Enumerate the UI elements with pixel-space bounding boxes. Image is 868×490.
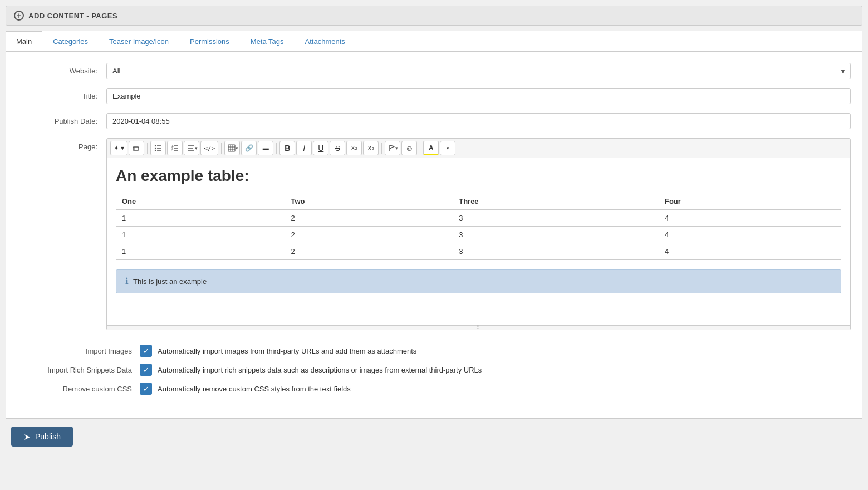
publish-date-row: Publish Date: <box>17 113 851 129</box>
tab-attachments[interactable]: Attachments <box>295 31 356 51</box>
table-cell: 1 <box>116 227 285 243</box>
resize-dots: ⠿ <box>476 325 481 331</box>
editor-body[interactable]: An example table: One Two Three Four <box>107 158 850 325</box>
import-rich-snippets-row: Import Rich Snippets Data Automatically … <box>17 364 851 376</box>
toolbar-sep3 <box>276 143 277 154</box>
toolbar-strike-btn[interactable]: S <box>330 141 345 155</box>
editor-toolbar: ✦ ▾ <box>107 139 850 158</box>
toolbar-code-btn[interactable]: </> <box>200 141 218 155</box>
table-row: 1 2 3 4 <box>116 227 841 243</box>
toolbar-link-btn[interactable]: 🔗 <box>241 141 257 155</box>
svg-rect-17 <box>228 145 235 151</box>
import-rich-snippets-desc: Automatically import rich snippets data … <box>158 366 482 374</box>
editor-container: ✦ ▾ <box>106 138 851 330</box>
table-header-one: One <box>116 193 285 210</box>
import-rich-snippets-label: Import Rich Snippets Data <box>17 366 140 374</box>
toolbar-highlight-dropdown-btn[interactable]: ▾ <box>440 141 455 155</box>
editor-resize-handle[interactable]: ⠿ <box>107 325 850 330</box>
import-images-label: Import Images <box>17 347 140 355</box>
info-circle-icon: ℹ <box>125 276 129 286</box>
info-box: ℹ This is just an example <box>116 269 841 293</box>
toolbar-sep5 <box>420 143 420 154</box>
tab-permissions[interactable]: Permissions <box>179 31 240 51</box>
svg-point-6 <box>155 150 156 151</box>
import-images-row: Import Images Automatically import image… <box>17 345 851 357</box>
website-select-wrapper: All Website 1 Website 2 ▼ <box>106 63 851 79</box>
title-label: Title: <box>17 92 106 100</box>
table-cell: 3 <box>453 243 659 260</box>
title-input[interactable] <box>106 88 851 104</box>
info-text: This is just an example <box>133 277 207 286</box>
svg-text:3.: 3. <box>171 149 174 152</box>
remove-custom-css-desc: Automatically remove custom CSS styles f… <box>158 385 351 393</box>
toolbar-bold-btn[interactable]: B <box>279 141 295 155</box>
title-row: Title: <box>17 88 851 104</box>
table-header-four: Four <box>659 193 841 210</box>
tab-categories[interactable]: Categories <box>42 31 99 51</box>
table-cell: 4 <box>659 227 841 243</box>
remove-custom-css-checkbox[interactable] <box>140 383 152 395</box>
editor-heading: An example table: <box>116 167 841 185</box>
table-cell: 3 <box>453 210 659 227</box>
toolbar-table-btn[interactable]: ▾ <box>224 141 240 155</box>
publish-date-label: Publish Date: <box>17 117 106 125</box>
page-wrapper: + ADD CONTENT - PAGES Main Categories Te… <box>0 0 868 490</box>
toolbar-emoji-btn[interactable]: ☺ <box>401 141 417 155</box>
table-cell: 4 <box>659 210 841 227</box>
toolbar-ul-btn[interactable] <box>150 141 166 155</box>
remove-custom-css-label: Remove custom CSS <box>17 385 140 393</box>
publish-date-input[interactable] <box>106 113 851 129</box>
table-cell: 3 <box>453 227 659 243</box>
table-header-three: Three <box>453 193 659 210</box>
toolbar-underline-btn[interactable]: U <box>313 141 328 155</box>
table-cell: 2 <box>285 227 453 243</box>
checkbox-section: Import Images Automatically import image… <box>17 339 851 407</box>
add-icon: + <box>14 11 24 21</box>
tabs-bar: Main Categories Teaser Image/Icon Permis… <box>6 31 862 51</box>
toolbar-magic-btn[interactable]: ✦ ▾ <box>110 141 127 155</box>
table-cell: 2 <box>285 210 453 227</box>
toolbar-eraser-btn[interactable] <box>129 141 144 155</box>
tab-main[interactable]: Main <box>6 31 42 51</box>
header-bar: + ADD CONTENT - PAGES <box>6 6 862 26</box>
import-rich-snippets-checkbox[interactable] <box>140 364 152 376</box>
website-row: Website: All Website 1 Website 2 ▼ <box>17 63 851 79</box>
toolbar-flag-btn[interactable]: ▾ <box>385 141 400 155</box>
page-editor-row: Page: ✦ ▾ <box>17 138 851 330</box>
toolbar-superscript-btn[interactable]: X2 <box>346 141 362 155</box>
toolbar-ol-btn[interactable]: 1. 2. 3. <box>167 141 183 155</box>
table-header-two: Two <box>285 193 453 210</box>
import-images-checkbox[interactable] <box>140 345 152 357</box>
toolbar-sep1 <box>147 143 148 154</box>
publish-label: Publish <box>35 432 61 441</box>
svg-point-2 <box>155 145 156 146</box>
import-images-desc: Automatically import images from third-p… <box>158 347 416 355</box>
table-row: 1 2 3 4 <box>116 210 841 227</box>
website-select[interactable]: All Website 1 Website 2 <box>106 63 851 79</box>
tab-teaser[interactable]: Teaser Image/Icon <box>99 31 179 51</box>
table-row: 1 2 3 4 <box>116 243 841 260</box>
table-header-row: One Two Three Four <box>116 193 841 210</box>
publish-icon <box>23 432 31 441</box>
toolbar-align-btn[interactable]: ▾ <box>184 141 199 155</box>
toolbar-italic-btn[interactable]: I <box>296 141 312 155</box>
table-cell: 1 <box>116 210 285 227</box>
toolbar-highlight-btn[interactable]: A <box>423 141 439 155</box>
toolbar-subscript-btn[interactable]: X2 <box>363 141 379 155</box>
toolbar-image-btn[interactable]: ▬ <box>258 141 273 155</box>
editor-table: One Two Three Four 1 2 3 4 <box>116 193 841 260</box>
header-title: ADD CONTENT - PAGES <box>28 12 117 20</box>
svg-point-4 <box>155 148 156 149</box>
toolbar-sep2 <box>221 143 222 154</box>
table-cell: 4 <box>659 243 841 260</box>
table-cell: 1 <box>116 243 285 260</box>
publish-bar: Publish <box>6 419 862 454</box>
remove-custom-css-row: Remove custom CSS Automatically remove c… <box>17 383 851 395</box>
page-label: Page: <box>17 138 106 151</box>
website-label: Website: <box>17 67 106 75</box>
tab-metatags[interactable]: Meta Tags <box>240 31 295 51</box>
publish-button[interactable]: Publish <box>11 427 73 447</box>
toolbar-sep4 <box>381 143 382 154</box>
main-content: Website: All Website 1 Website 2 ▼ Title… <box>6 51 862 419</box>
table-cell: 2 <box>285 243 453 260</box>
